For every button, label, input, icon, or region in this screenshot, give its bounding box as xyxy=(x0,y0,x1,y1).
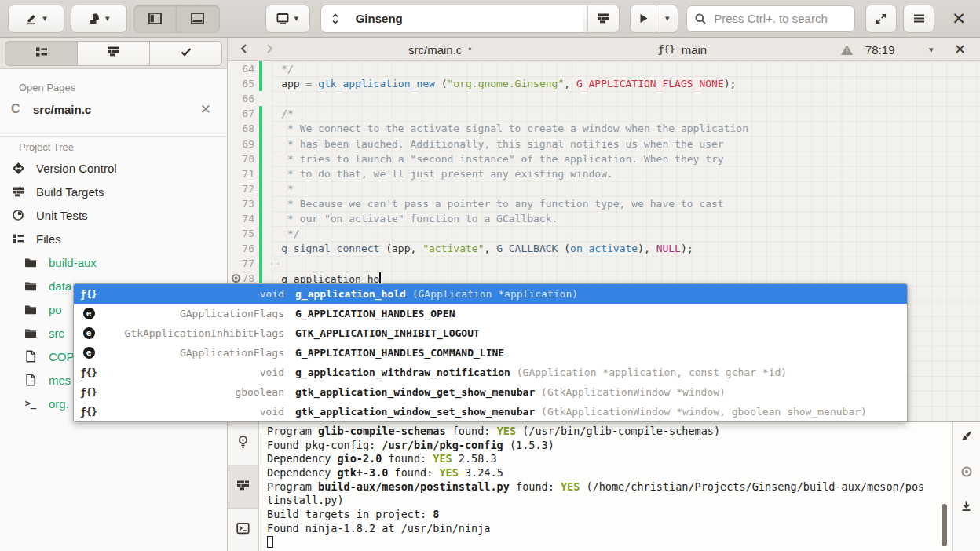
code-line-72[interactable]: 72 * xyxy=(228,181,980,196)
build-output-view: Program glib-compile-schemas found: YES … xyxy=(259,422,952,551)
project-name: Ginseng xyxy=(356,12,403,25)
completion-name: gtk_application_window_set_show_menubar xyxy=(295,406,535,418)
folder-icon xyxy=(24,255,38,269)
return-type: GtkApplicationInhibitFlags xyxy=(97,327,287,339)
modified-dot: • xyxy=(468,44,471,55)
code-line-66[interactable]: 66 xyxy=(228,91,980,106)
project-combo[interactable]: Ginseng xyxy=(320,5,620,33)
code-line-73[interactable]: 73 * Because we can't pass a pointer to … xyxy=(228,196,980,211)
code-line-68[interactable]: 68 * We connect to the activate signal t… xyxy=(228,121,980,136)
enum-icon: e xyxy=(83,347,95,359)
code-line-65[interactable]: 65 app = gtk_application_new ("org.gnome… xyxy=(228,76,980,91)
file-icon xyxy=(24,373,38,387)
completion-row[interactable]: eGtkApplicationInhibitFlagsGTK_APPLICATI… xyxy=(74,323,907,343)
run-options-button[interactable]: ▾ xyxy=(656,5,678,33)
header-bar: ▾ ▾ ▾ Ginseng xyxy=(0,0,980,38)
output-line: Program build-aux/meson/postinstall.py f… xyxy=(267,480,952,494)
folder-icon xyxy=(24,279,38,293)
fullscreen-button[interactable] xyxy=(865,5,897,33)
change-bar xyxy=(259,91,262,106)
messages-tab[interactable] xyxy=(228,422,258,465)
completion-params: (GtkApplicationWindow *window) xyxy=(535,386,726,398)
output-line: Found pkg-config: /usr/bin/pkg-config (1… xyxy=(267,439,952,453)
export-button[interactable]: ▾ xyxy=(71,5,127,33)
build-output-tab[interactable] xyxy=(228,465,258,509)
fullscreen-expand-icon xyxy=(875,13,887,25)
function-icon: ƒ{} xyxy=(80,387,97,398)
panel-left-icon xyxy=(148,13,162,24)
search-input[interactable] xyxy=(686,5,855,32)
return-type: void xyxy=(97,367,287,378)
updown-chevrons-icon xyxy=(331,13,340,25)
completion-row[interactable]: ƒ{}voidg_application_withdraw_notificati… xyxy=(74,363,907,382)
project-combo-entry[interactable]: Ginseng xyxy=(321,5,583,32)
build-targets-icon xyxy=(11,184,25,199)
diagnostics-warning-icon[interactable] xyxy=(840,38,854,61)
file-icon xyxy=(24,349,38,363)
open-page-row[interactable]: C src/main.c ✕ xyxy=(0,97,227,122)
page-options-chevron-icon[interactable]: ▾ xyxy=(929,38,934,61)
autocomplete-popup: ƒ{}voidg_application_hold (GApplication … xyxy=(73,283,908,422)
return-type: gboolean xyxy=(97,386,287,398)
completion-row[interactable]: eGApplicationFlagsG_APPLICATION_HANDLES_… xyxy=(74,343,907,363)
function-icon: ƒ{} xyxy=(80,367,97,378)
code-line-69[interactable]: 69 * has been lauched. Additionally, thi… xyxy=(228,136,980,151)
code-line-74[interactable]: 74 * our "on_activate" function to a GCa… xyxy=(228,211,980,226)
folder-icon xyxy=(24,302,38,316)
open-page-name: src/main.c xyxy=(33,103,196,116)
run-split-button: ▾ xyxy=(630,5,678,33)
search-icon xyxy=(694,13,707,28)
code-line-76[interactable]: 76 g_signal_connect (app, "activate", G_… xyxy=(228,241,980,256)
close-page-icon[interactable]: ✕ xyxy=(196,101,216,118)
sidebar-tab-pages[interactable] xyxy=(5,41,78,66)
tree-node-build-targets[interactable]: Build Targets xyxy=(0,180,227,203)
breadcrumb[interactable]: src/main.c • xyxy=(408,38,472,61)
device-selector-button[interactable]: ▾ xyxy=(265,5,310,33)
back-button[interactable] xyxy=(239,38,250,61)
close-editor-icon[interactable]: ✕ xyxy=(954,38,966,61)
build-target-button[interactable] xyxy=(587,5,619,32)
toggle-left-panel-button[interactable] xyxy=(133,5,177,33)
code-line-75[interactable]: 75 */ xyxy=(228,226,980,241)
play-icon xyxy=(638,13,649,24)
output-line: Found ninja-1.8.2 at /usr/bin/ninja xyxy=(267,522,952,536)
tree-node-unit-tests[interactable]: Unit Tests xyxy=(0,203,227,227)
chevron-right-icon xyxy=(264,43,275,57)
tree-node-files[interactable]: Files xyxy=(0,227,227,250)
sidebar-tab-checks[interactable] xyxy=(150,41,222,66)
symbol-name: main xyxy=(682,43,708,57)
enum-icon: e xyxy=(83,308,95,319)
build-brush-icon[interactable] xyxy=(960,430,973,447)
completion-row[interactable]: ƒ{}voidgtk_application_window_set_show_m… xyxy=(74,402,907,421)
chevron-down-icon: ▾ xyxy=(665,13,670,24)
edit-pen-icon xyxy=(25,13,38,25)
completion-row[interactable]: ƒ{}voidg_application_hold (GApplication … xyxy=(74,284,907,304)
output-scrollbar[interactable] xyxy=(942,504,947,546)
code-line-70[interactable]: 70 * tries to launch a "second instance"… xyxy=(228,151,980,166)
forward-button[interactable] xyxy=(264,38,275,61)
chevron-down-icon: ▾ xyxy=(294,13,298,24)
target-icon[interactable] xyxy=(960,465,973,481)
build-targets-icon xyxy=(597,13,610,24)
code-line-67[interactable]: 67 /* xyxy=(228,106,980,121)
global-search xyxy=(686,5,855,32)
chevron-left-icon xyxy=(239,43,250,57)
completion-row[interactable]: eGApplicationFlagsG_APPLICATION_HANDLES_… xyxy=(74,304,907,323)
menu-button[interactable] xyxy=(903,5,934,33)
window-close-button[interactable]: ✕ xyxy=(945,9,972,28)
output-line: Dependency gtk+-3.0 found: YES 3.24.5 xyxy=(267,466,952,480)
sidebar-tab-build[interactable] xyxy=(78,41,150,66)
completion-row[interactable]: ƒ{}gbooleangtk_application_window_get_sh… xyxy=(74,382,907,402)
tree-file-build-aux[interactable]: build-aux xyxy=(0,250,227,274)
completion-params: (GtkApplicationWindow *window, gboolean … xyxy=(535,406,867,418)
toggle-bottom-panel-button[interactable] xyxy=(177,5,220,33)
code-line-77[interactable]: 77·· xyxy=(228,256,980,271)
symbol-breadcrumb[interactable]: ƒ{} main xyxy=(658,38,707,61)
perspective-selector-button[interactable]: ▾ xyxy=(8,5,64,33)
run-button[interactable] xyxy=(630,5,656,33)
code-line-71[interactable]: 71 * to do that, we'll just present any … xyxy=(228,166,980,181)
download-icon[interactable] xyxy=(960,500,972,516)
terminal-tab[interactable] xyxy=(228,509,258,551)
tree-node-version-control[interactable]: Version Control xyxy=(0,156,227,180)
code-line-64[interactable]: 64 */ xyxy=(228,61,980,76)
